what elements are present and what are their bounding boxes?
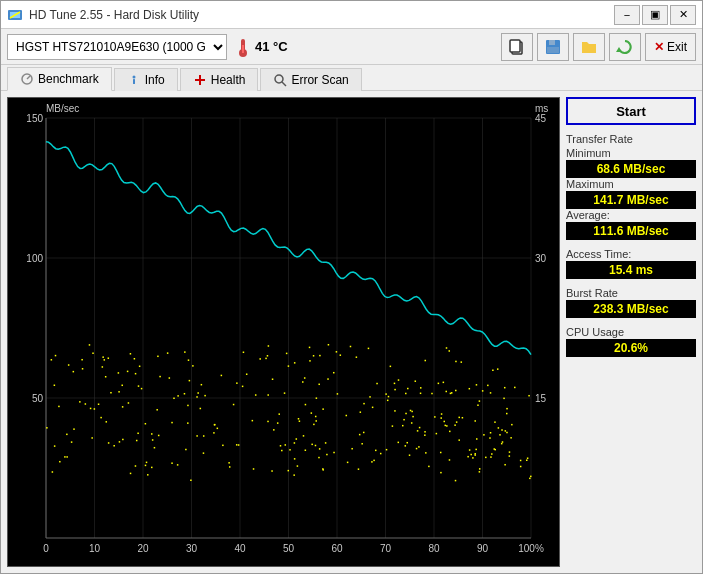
tab-info-label: Info: [145, 73, 165, 87]
main-window: HD Tune 2.55 - Hard Disk Utility − ▣ ✕ H…: [0, 0, 703, 574]
svg-marker-11: [616, 47, 622, 52]
tabs-bar: Benchmark Info Health Error Scan: [1, 65, 702, 91]
folder-button[interactable]: [573, 33, 605, 61]
svg-rect-5: [242, 45, 244, 53]
toolbar: HGST HTS721010A9E630 (1000 GB) 41 °C: [1, 29, 702, 65]
chart-area: [7, 97, 560, 567]
exit-x: ✕: [654, 40, 664, 54]
burst-rate-value: 238.3 MB/sec: [566, 300, 696, 318]
tab-benchmark[interactable]: Benchmark: [7, 67, 112, 91]
transfer-rate-group: Transfer Rate Minimum 68.6 MB/sec Maximu…: [566, 133, 696, 240]
svg-line-19: [282, 82, 286, 86]
tab-health[interactable]: Health: [180, 68, 259, 91]
temperature-value: 41 °C: [255, 39, 288, 54]
access-time-value: 15.4 ms: [566, 261, 696, 279]
average-label: Average:: [566, 209, 696, 221]
toolbar-buttons: ✕ Exit: [501, 33, 696, 61]
benchmark-icon: [20, 72, 34, 86]
error-scan-icon: [273, 73, 287, 87]
svg-rect-15: [133, 79, 135, 84]
copy-icon: [508, 38, 526, 56]
cpu-usage-value: 20.6%: [566, 339, 696, 357]
app-icon: [7, 7, 23, 23]
exit-button[interactable]: ✕ Exit: [645, 33, 696, 61]
window-title: HD Tune 2.55 - Hard Disk Utility: [29, 8, 199, 22]
svg-rect-9: [549, 40, 555, 45]
copy-button[interactable]: [501, 33, 533, 61]
svg-rect-7: [510, 40, 520, 52]
folder-icon: [580, 38, 598, 56]
svg-point-14: [132, 75, 135, 78]
close-button[interactable]: ✕: [670, 5, 696, 25]
average-value: 111.6 MB/sec: [566, 222, 696, 240]
transfer-rate-title: Transfer Rate: [566, 133, 696, 145]
exit-label: Exit: [667, 40, 687, 54]
minimum-label: Minimum: [566, 147, 696, 159]
temperature-display: 41 °C: [235, 37, 288, 57]
info-tab-icon: [127, 73, 141, 87]
cpu-usage-label: CPU Usage: [566, 326, 696, 338]
access-time-group: Access Time: 15.4 ms: [566, 248, 696, 279]
refresh-icon: [616, 38, 634, 56]
start-button[interactable]: Start: [566, 97, 696, 125]
stats-section: Transfer Rate Minimum 68.6 MB/sec Maximu…: [566, 133, 696, 363]
refresh-button[interactable]: [609, 33, 641, 61]
tab-health-label: Health: [211, 73, 246, 87]
minimum-value: 68.6 MB/sec: [566, 160, 696, 178]
tab-error-scan[interactable]: Error Scan: [260, 68, 361, 91]
title-bar-left: HD Tune 2.55 - Hard Disk Utility: [7, 7, 199, 23]
maximum-value: 141.7 MB/sec: [566, 191, 696, 209]
save-icon: [544, 38, 562, 56]
tab-info[interactable]: Info: [114, 68, 178, 91]
benchmark-chart: [8, 98, 559, 566]
main-content: Start Transfer Rate Minimum 68.6 MB/sec …: [1, 91, 702, 573]
burst-rate-group: Burst Rate 238.3 MB/sec: [566, 287, 696, 318]
thermometer-icon: [235, 37, 251, 57]
tab-error-scan-label: Error Scan: [291, 73, 348, 87]
save-button[interactable]: [537, 33, 569, 61]
maximum-label: Maximum: [566, 178, 696, 190]
minimize-button[interactable]: −: [614, 5, 640, 25]
burst-rate-label: Burst Rate: [566, 287, 696, 299]
tab-benchmark-label: Benchmark: [38, 72, 99, 86]
access-time-label: Access Time:: [566, 248, 696, 260]
title-bar-controls: − ▣ ✕: [614, 5, 696, 25]
sidebar: Start Transfer Rate Minimum 68.6 MB/sec …: [566, 97, 696, 567]
svg-point-18: [275, 75, 283, 83]
title-bar: HD Tune 2.55 - Hard Disk Utility − ▣ ✕: [1, 1, 702, 29]
maximize-button[interactable]: ▣: [642, 5, 668, 25]
drive-select[interactable]: HGST HTS721010A9E630 (1000 GB): [7, 34, 227, 60]
svg-rect-10: [547, 47, 559, 53]
health-icon: [193, 73, 207, 87]
cpu-usage-group: CPU Usage 20.6%: [566, 326, 696, 357]
svg-line-13: [27, 76, 30, 79]
